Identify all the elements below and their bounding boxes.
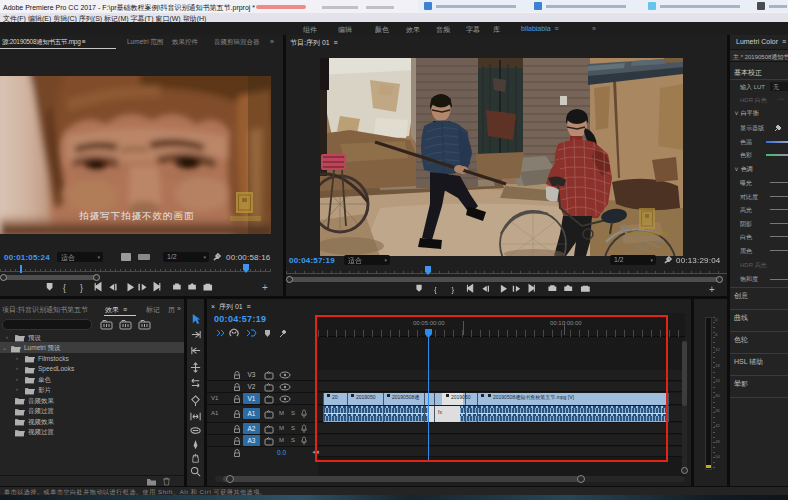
svg-text:拍摄写下拍摄不效的画面: 拍摄写下拍摄不效的画面 xyxy=(79,210,195,221)
svg-text:}: } xyxy=(80,283,83,293)
svg-text:}: } xyxy=(452,285,455,294)
svg-text:{: { xyxy=(63,283,66,293)
svg-text:{: { xyxy=(434,285,437,294)
